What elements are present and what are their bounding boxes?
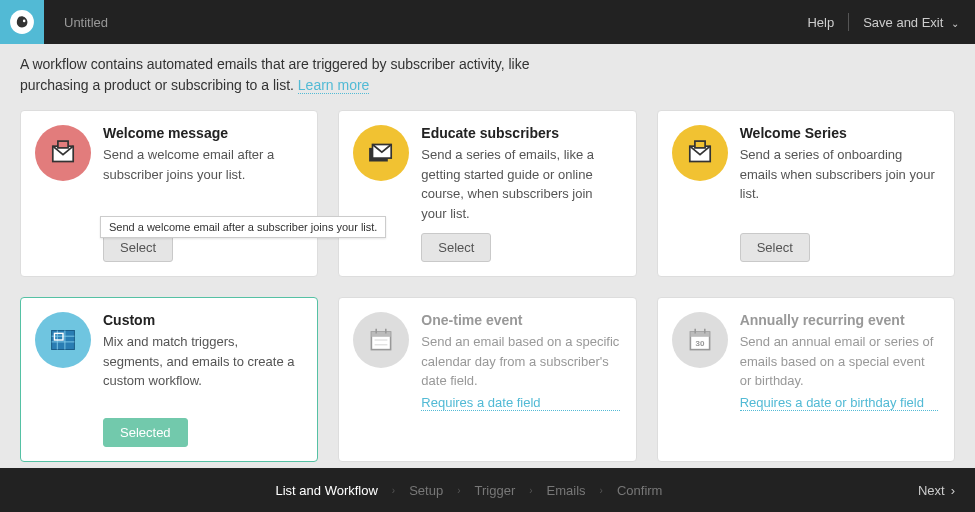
- card-title: Welcome Series: [740, 125, 938, 141]
- card-series[interactable]: Welcome Series Send a series of onboardi…: [657, 110, 955, 277]
- step-confirm[interactable]: Confirm: [617, 483, 663, 498]
- card-grid: Welcome message Send a welcome email aft…: [0, 110, 975, 482]
- select-button[interactable]: Select: [740, 233, 810, 262]
- select-button[interactable]: Select: [421, 233, 491, 262]
- intro-text: A workflow contains automated emails tha…: [0, 44, 975, 110]
- selected-button[interactable]: Selected: [103, 418, 188, 447]
- svg-text:30: 30: [695, 339, 704, 348]
- svg-rect-21: [690, 332, 709, 337]
- footer-bar: List and Workflow › Setup › Trigger › Em…: [0, 468, 975, 512]
- save-exit-label: Save and Exit: [863, 15, 943, 30]
- card-custom[interactable]: Custom Mix and match triggers, segments,…: [20, 297, 318, 462]
- learn-more-link[interactable]: Learn more: [298, 77, 370, 94]
- step-nav: List and Workflow › Setup › Trigger › Em…: [275, 483, 662, 498]
- step-setup[interactable]: Setup: [409, 483, 443, 498]
- save-exit-button[interactable]: Save and Exit ⌄: [863, 15, 959, 30]
- top-bar: Untitled Help Save and Exit ⌄: [0, 0, 975, 44]
- step-emails[interactable]: Emails: [547, 483, 586, 498]
- step-trigger[interactable]: Trigger: [475, 483, 516, 498]
- step-list-workflow[interactable]: List and Workflow: [275, 483, 377, 498]
- mailchimp-logo[interactable]: [0, 0, 44, 44]
- card-welcome[interactable]: Welcome message Send a welcome email aft…: [20, 110, 318, 277]
- svg-rect-7: [695, 141, 705, 148]
- card-desc: Send a welcome email after a subscriber …: [103, 145, 301, 184]
- card-title: Educate subscribers: [421, 125, 619, 141]
- next-button[interactable]: Next ›: [918, 483, 955, 498]
- calendar-icon: [353, 312, 409, 368]
- chevron-right-icon: ›: [951, 483, 955, 498]
- envelope-icon: [672, 125, 728, 181]
- card-title: Welcome message: [103, 125, 301, 141]
- envelopes-icon: [353, 125, 409, 181]
- card-desc: Send an email based on a specific calend…: [421, 332, 619, 391]
- card-desc: Send a series of emails, like a getting …: [421, 145, 619, 223]
- divider: [848, 13, 849, 31]
- card-title: Annually recurring event: [740, 312, 938, 328]
- tooltip: Send a welcome email after a subscriber …: [100, 216, 386, 238]
- chevron-down-icon: ⌄: [951, 18, 959, 29]
- chevron-right-icon: ›: [600, 485, 603, 496]
- card-title: One-time event: [421, 312, 619, 328]
- svg-rect-3: [58, 141, 68, 148]
- card-title: Custom: [103, 312, 301, 328]
- svg-point-1: [23, 20, 26, 23]
- intro-line2: purchasing a product or subscribing to a…: [20, 77, 298, 93]
- chevron-right-icon: ›: [392, 485, 395, 496]
- svg-rect-15: [372, 332, 391, 337]
- blueprint-icon: [35, 312, 91, 368]
- card-desc: Mix and match triggers, segments, and em…: [103, 332, 301, 391]
- card-educate[interactable]: Educate subscribers Send a series of ema…: [338, 110, 636, 277]
- card-desc: Send an annual email or series of emails…: [740, 332, 938, 391]
- page-title: Untitled: [64, 15, 108, 30]
- card-annual: 30 Annually recurring event Send an annu…: [657, 297, 955, 462]
- help-link[interactable]: Help: [807, 15, 834, 30]
- requires-link[interactable]: Requires a date field: [421, 395, 619, 411]
- requires-link[interactable]: Requires a date or birthday field: [740, 395, 938, 411]
- intro-line1: A workflow contains automated emails tha…: [20, 56, 529, 72]
- envelope-icon: [35, 125, 91, 181]
- card-onetime: One-time event Send an email based on a …: [338, 297, 636, 462]
- card-desc: Send a series of onboarding emails when …: [740, 145, 938, 204]
- chevron-right-icon: ›: [529, 485, 532, 496]
- next-label: Next: [918, 483, 945, 498]
- calendar-30-icon: 30: [672, 312, 728, 368]
- chevron-right-icon: ›: [457, 485, 460, 496]
